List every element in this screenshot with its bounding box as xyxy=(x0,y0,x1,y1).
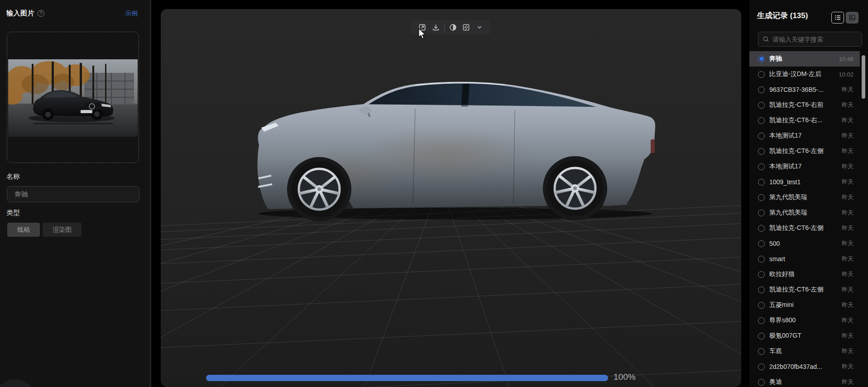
record-name: 五菱mini xyxy=(769,301,838,309)
record-radio[interactable] xyxy=(758,317,765,324)
record-row[interactable]: 车底 昨天 xyxy=(749,344,860,359)
record-row[interactable]: 第九代凯美瑞 昨天 xyxy=(749,205,860,220)
type-option-sketch[interactable]: 线稿 xyxy=(7,223,40,237)
name-input[interactable] xyxy=(7,186,139,202)
record-time: 昨天 xyxy=(842,332,854,340)
view-toggle-group xyxy=(831,12,858,24)
record-row[interactable]: 奥迪 昨天 xyxy=(749,374,860,387)
record-name: 车底 xyxy=(769,347,838,355)
record-radio[interactable] xyxy=(758,194,765,201)
record-time: 10:02 xyxy=(839,71,854,78)
chevron-down-icon[interactable] xyxy=(475,22,484,32)
type-label: 类型 xyxy=(6,209,20,217)
record-radio[interactable] xyxy=(758,240,765,247)
record-radio[interactable] xyxy=(758,71,765,78)
record-name: 第九代凯美瑞 xyxy=(769,193,838,201)
download-icon[interactable] xyxy=(431,22,441,32)
record-row[interactable]: 尊界s800 昨天 xyxy=(749,313,860,328)
record-row[interactable]: 9637CB37-36B5-... 昨天 xyxy=(749,82,860,97)
record-time: 昨天 xyxy=(842,224,854,232)
record-row[interactable]: smart 昨天 xyxy=(749,251,860,267)
front-wheel xyxy=(291,161,347,217)
record-radio[interactable] xyxy=(758,379,765,386)
record-radio[interactable] xyxy=(758,102,765,109)
record-name: 9637CB37-36B5-... xyxy=(769,86,838,93)
record-radio[interactable] xyxy=(758,348,765,355)
material-icon[interactable] xyxy=(461,22,471,32)
help-icon[interactable]: ? xyxy=(38,10,44,17)
records-list: 奔驰 10:46 比亚迪-汉DM-左后 10:02 9637CB37-36B5-… xyxy=(749,51,860,387)
record-row[interactable]: 500 昨天 xyxy=(749,236,860,251)
record-name: 凯迪拉克-CT6-右前 xyxy=(769,101,838,109)
record-radio[interactable] xyxy=(758,225,765,232)
record-name: 凯迪拉克-CT6-左侧 xyxy=(769,224,838,232)
floating-button-partial[interactable] xyxy=(0,379,37,387)
example-link[interactable]: 示例 xyxy=(125,10,138,18)
record-row[interactable]: 极氪007GT 昨天 xyxy=(749,328,860,344)
record-radio[interactable] xyxy=(758,363,765,370)
type-option-render[interactable]: 渲染图 xyxy=(43,223,82,237)
record-time: 昨天 xyxy=(842,162,854,171)
record-row[interactable]: 本地测试17 昨天 xyxy=(749,128,860,143)
record-row[interactable]: 凯迪拉克-CT6-右... 昨天 xyxy=(749,113,860,128)
record-radio[interactable] xyxy=(758,179,765,186)
record-time: 昨天 xyxy=(842,363,854,371)
mouse-cursor xyxy=(418,28,427,41)
record-time: 昨天 xyxy=(842,147,854,155)
type-options: 线稿 渲染图 xyxy=(7,223,82,237)
record-row[interactable]: 凯迪拉克-CT6-左侧 昨天 xyxy=(749,282,860,297)
record-radio[interactable] xyxy=(758,333,765,339)
gallery-view-icon[interactable] xyxy=(846,12,858,24)
record-radio[interactable] xyxy=(758,163,765,170)
record-row[interactable]: 2d2b070fb437ad... 昨天 xyxy=(749,359,860,374)
car-model-3d[interactable] xyxy=(251,77,659,222)
input-image-thumbnail[interactable] xyxy=(8,59,138,137)
list-view-icon[interactable] xyxy=(831,12,844,24)
record-row[interactable]: 1009_test1 昨天 xyxy=(749,174,860,190)
record-radio[interactable] xyxy=(758,302,765,309)
progress-bar xyxy=(206,375,608,381)
generation-records-panel: 生成记录 (135) 奔驰 10:4 xyxy=(749,0,868,387)
record-time: 昨天 xyxy=(842,178,854,186)
progress-percent: 100% xyxy=(614,372,636,382)
record-time: 昨天 xyxy=(842,193,854,201)
record-time: 昨天 xyxy=(842,116,854,124)
record-name: 本地测试17 xyxy=(769,132,838,140)
record-time: 昨天 xyxy=(842,347,854,355)
record-name: 1009_test1 xyxy=(769,178,838,186)
record-row[interactable]: 欧拉好猫 昨天 xyxy=(749,267,860,282)
record-radio[interactable] xyxy=(758,86,765,93)
record-radio[interactable] xyxy=(758,56,765,62)
records-search-input[interactable] xyxy=(772,36,858,43)
record-row[interactable]: 本地测试17 昨天 xyxy=(749,159,860,174)
record-name: 本地测试17 xyxy=(769,162,838,171)
contrast-icon[interactable] xyxy=(448,22,458,32)
records-search[interactable] xyxy=(758,32,862,47)
record-time: 昨天 xyxy=(842,255,854,263)
record-time: 昨天 xyxy=(842,270,854,278)
record-name: 奥迪 xyxy=(769,378,838,386)
record-time: 昨天 xyxy=(842,209,854,217)
record-row[interactable]: 凯迪拉克-CT6-右前 昨天 xyxy=(749,97,860,113)
record-row[interactable]: 五菱mini 昨天 xyxy=(749,297,860,313)
rear-wheel xyxy=(547,160,603,216)
record-name: 凯迪拉克-CT6-右... xyxy=(769,116,838,124)
record-row[interactable]: 凯迪拉克-CT6-左侧 昨天 xyxy=(749,143,860,159)
record-radio[interactable] xyxy=(758,148,765,155)
scrollbar-thumb[interactable] xyxy=(862,55,865,99)
record-name: 凯迪拉克-CT6-左侧 xyxy=(769,286,838,294)
record-radio[interactable] xyxy=(758,256,765,263)
record-time: 昨天 xyxy=(842,239,854,248)
search-icon xyxy=(762,36,769,43)
viewport-3d[interactable]: 100% xyxy=(161,9,741,387)
record-radio[interactable] xyxy=(758,133,765,139)
record-row[interactable]: 比亚迪-汉DM-左后 10:02 xyxy=(749,67,860,82)
record-time: 昨天 xyxy=(842,378,854,386)
record-radio[interactable] xyxy=(758,287,765,293)
record-radio[interactable] xyxy=(758,117,765,124)
record-radio[interactable] xyxy=(758,271,765,278)
record-radio[interactable] xyxy=(758,210,765,216)
record-row[interactable]: 凯迪拉克-CT6-左侧 昨天 xyxy=(749,220,860,236)
record-row[interactable]: 奔驰 10:46 xyxy=(749,51,860,67)
record-row[interactable]: 第九代凯美瑞 昨天 xyxy=(749,190,860,205)
